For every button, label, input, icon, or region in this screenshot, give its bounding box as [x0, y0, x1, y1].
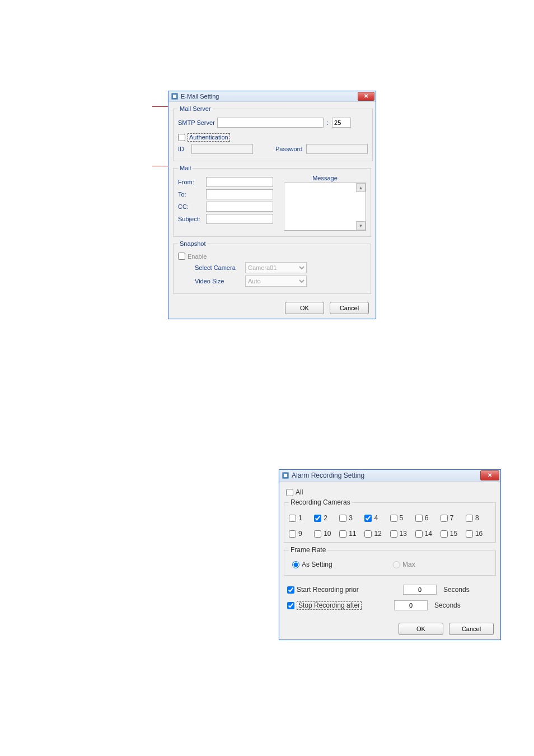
video-size-combobox[interactable]: Auto	[245, 276, 307, 287]
password-input[interactable]	[306, 144, 368, 154]
stop-seconds-input[interactable]	[394, 600, 428, 610]
snapshot-legend: Snapshot	[178, 240, 207, 247]
subject-input[interactable]	[206, 214, 273, 224]
max-radio-wrap[interactable]: Max	[393, 561, 415, 568]
authentication-checkbox[interactable]	[178, 134, 185, 141]
camera-checkbox-8[interactable]: 8	[466, 514, 491, 522]
camera-11-label: 11	[349, 530, 356, 538]
camera-15-checkbox[interactable]	[441, 530, 448, 538]
ok-button[interactable]: OK	[285, 302, 324, 314]
stop-recording-checkbox[interactable]	[287, 602, 294, 609]
camera-checkbox-11[interactable]: 11	[339, 530, 364, 538]
smtp-port-input[interactable]	[332, 118, 351, 128]
camera-10-checkbox[interactable]	[314, 530, 321, 538]
camera-checkbox-14[interactable]: 14	[415, 530, 441, 538]
cc-input[interactable]	[206, 202, 273, 212]
camera-6-label: 6	[425, 514, 429, 522]
from-input[interactable]	[206, 177, 273, 187]
camera-3-checkbox[interactable]	[339, 515, 346, 522]
scroll-down-icon[interactable]: ▼	[356, 221, 366, 230]
camera-checkbox-16[interactable]: 16	[466, 530, 491, 538]
camera-checkbox-3[interactable]: 3	[339, 514, 364, 522]
camera-12-checkbox[interactable]	[364, 530, 372, 538]
cancel-button[interactable]: Cancel	[449, 623, 494, 635]
titlebar[interactable]: E-Mail Setting ✕	[168, 91, 376, 102]
camera-2-checkbox[interactable]	[314, 515, 321, 522]
snapshot-enable-label: Enable	[188, 253, 207, 260]
frame-rate-legend: Frame Rate	[289, 546, 327, 554]
camera-9-checkbox[interactable]	[289, 530, 296, 538]
snapshot-group: Snapshot Enable Select Camera Camera01 V…	[173, 240, 371, 294]
smtp-server-input[interactable]	[217, 118, 324, 128]
camera-checkbox-1[interactable]: 1	[289, 514, 314, 522]
camera-7-label: 7	[450, 514, 454, 522]
annotation-line	[152, 166, 169, 166]
id-input[interactable]	[191, 144, 253, 154]
frame-rate-group: Frame Rate As Setting Max	[284, 546, 496, 576]
camera-checkbox-13[interactable]: 13	[390, 530, 415, 538]
video-size-label: Video Size	[195, 278, 245, 284]
camera-13-checkbox[interactable]	[390, 530, 397, 538]
button-row: OK Cancel	[168, 297, 376, 319]
camera-4-checkbox[interactable]	[364, 515, 372, 522]
to-label: To:	[178, 191, 206, 198]
camera-14-checkbox[interactable]	[415, 530, 423, 538]
close-icon: ✕	[364, 94, 368, 99]
from-label: From:	[178, 179, 206, 185]
camera-8-checkbox[interactable]	[466, 515, 473, 522]
select-camera-label: Select Camera	[195, 264, 245, 271]
mail-server-legend: Mail Server	[178, 105, 213, 112]
port-separator: :	[327, 119, 329, 126]
scroll-up-icon[interactable]: ▲	[356, 183, 366, 192]
titlebar[interactable]: Alarm Recording Setting ✕	[279, 470, 500, 482]
cancel-button[interactable]: Cancel	[330, 302, 369, 314]
ok-button[interactable]: OK	[399, 623, 443, 635]
max-label: Max	[402, 561, 415, 568]
svg-rect-1	[173, 95, 176, 98]
select-camera-combobox[interactable]: Camera01	[245, 262, 307, 273]
close-button[interactable]: ✕	[480, 470, 499, 480]
camera-11-checkbox[interactable]	[339, 530, 346, 538]
authentication-label: Authentication	[188, 133, 230, 142]
snapshot-enable-checkbox[interactable]	[178, 253, 185, 260]
camera-7-checkbox[interactable]	[441, 515, 448, 522]
camera-1-label: 1	[298, 514, 302, 522]
camera-checkbox-15[interactable]: 15	[441, 530, 466, 538]
camera-16-checkbox[interactable]	[466, 530, 473, 538]
camera-1-checkbox[interactable]	[289, 515, 296, 522]
start-recording-checkbox[interactable]	[287, 586, 294, 594]
max-radio[interactable]	[393, 561, 400, 568]
camera-checkbox-6[interactable]: 6	[415, 514, 441, 522]
to-input[interactable]	[206, 189, 273, 199]
as-setting-radio[interactable]	[292, 561, 299, 568]
camera-12-label: 12	[374, 530, 381, 538]
camera-13-label: 13	[400, 530, 407, 538]
dialog-title: E-Mail Setting	[181, 93, 219, 100]
camera-checkbox-2[interactable]: 2	[314, 514, 339, 522]
camera-checkbox-12[interactable]: 12	[364, 530, 390, 538]
all-label: All	[296, 488, 303, 496]
camera-6-checkbox[interactable]	[415, 515, 423, 522]
close-icon: ✕	[488, 473, 492, 478]
smtp-server-label: SMTP Server	[178, 119, 217, 126]
as-setting-radio-wrap[interactable]: As Setting	[292, 561, 393, 568]
start-recording-label: Start Recording prior	[297, 586, 403, 594]
svg-rect-3	[284, 474, 287, 477]
camera-checkbox-10[interactable]: 10	[314, 530, 339, 538]
camera-checkbox-5[interactable]: 5	[390, 514, 415, 522]
camera-checkbox-7[interactable]: 7	[441, 514, 466, 522]
camera-9-label: 9	[298, 530, 302, 538]
message-textarea[interactable]	[284, 183, 366, 231]
dialog-title: Alarm Recording Setting	[292, 472, 364, 479]
camera-5-checkbox[interactable]	[390, 515, 397, 522]
seconds-label: Seconds	[443, 586, 470, 594]
camera-15-label: 15	[450, 530, 457, 538]
close-button[interactable]: ✕	[358, 92, 374, 101]
start-seconds-input[interactable]	[403, 585, 437, 595]
all-checkbox[interactable]	[286, 489, 293, 496]
camera-10-label: 10	[324, 530, 331, 538]
camera-checkbox-9[interactable]: 9	[289, 530, 314, 538]
camera-checkbox-4[interactable]: 4	[364, 514, 390, 522]
app-icon	[282, 472, 289, 479]
message-label: Message	[284, 175, 366, 181]
